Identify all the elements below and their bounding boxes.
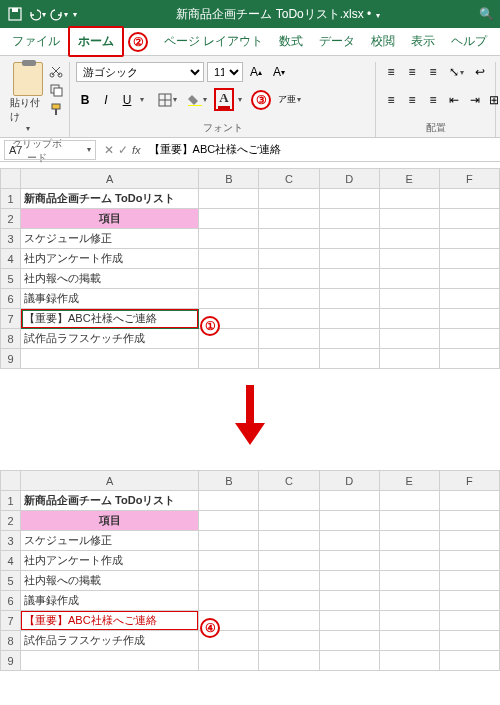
col-header[interactable]: C xyxy=(259,169,319,189)
row-header[interactable]: 1 xyxy=(1,189,21,209)
cell[interactable] xyxy=(199,531,259,551)
phonetic-icon[interactable]: ア亜▾ xyxy=(274,90,305,110)
cell[interactable] xyxy=(379,329,439,349)
cell[interactable] xyxy=(439,229,499,249)
cell[interactable] xyxy=(199,189,259,209)
tab-home[interactable]: ホーム xyxy=(68,26,124,57)
cell[interactable] xyxy=(259,269,319,289)
cell[interactable] xyxy=(319,229,379,249)
cell[interactable] xyxy=(259,491,319,511)
format-painter-icon[interactable] xyxy=(49,102,63,119)
cell[interactable] xyxy=(439,591,499,611)
merge-icon[interactable]: ⊞▾ xyxy=(487,90,500,110)
redo-icon[interactable]: ▾ xyxy=(50,5,68,23)
cancel-icon[interactable]: ✕ xyxy=(104,143,114,157)
row-header[interactable]: 7 xyxy=(1,309,21,329)
bold-button[interactable]: B xyxy=(76,90,94,110)
cell[interactable] xyxy=(319,571,379,591)
italic-button[interactable]: I xyxy=(97,90,115,110)
cell[interactable] xyxy=(319,491,379,511)
cell[interactable]: スケジュール修正 xyxy=(21,229,199,249)
tab-pagelayout[interactable]: ページ レイアウト xyxy=(156,28,271,55)
cell[interactable] xyxy=(379,209,439,229)
cell[interactable] xyxy=(439,511,499,531)
save-icon[interactable] xyxy=(6,5,24,23)
cell[interactable] xyxy=(319,531,379,551)
cell[interactable] xyxy=(199,209,259,229)
cell[interactable] xyxy=(379,491,439,511)
indent-decrease-icon[interactable]: ⇤ xyxy=(445,90,463,110)
col-header[interactable]: E xyxy=(379,471,439,491)
cell[interactable] xyxy=(259,249,319,269)
cell[interactable]: 試作品ラフスケッチ作成 xyxy=(21,329,199,349)
cell[interactable] xyxy=(319,309,379,329)
cell[interactable] xyxy=(439,551,499,571)
search-icon[interactable]: 🔍 xyxy=(479,7,494,21)
cell[interactable] xyxy=(319,651,379,671)
cell[interactable] xyxy=(259,309,319,329)
col-header[interactable]: B xyxy=(199,169,259,189)
tab-data[interactable]: データ xyxy=(311,28,363,55)
align-center-icon[interactable]: ≡ xyxy=(403,90,421,110)
cell[interactable] xyxy=(379,249,439,269)
cell[interactable] xyxy=(379,631,439,651)
align-top-icon[interactable]: ≡ xyxy=(382,62,400,82)
cell[interactable] xyxy=(259,551,319,571)
cell[interactable] xyxy=(439,611,499,631)
grid[interactable]: ABCDEF1新商品企画チーム ToDoリスト2項目3スケジュール修正4社内アン… xyxy=(0,168,500,369)
tab-review[interactable]: 校閲 xyxy=(363,28,403,55)
corner-cell[interactable] xyxy=(1,471,21,491)
cell[interactable] xyxy=(199,651,259,671)
cell[interactable] xyxy=(439,189,499,209)
cell[interactable]: 新商品企画チーム ToDoリスト xyxy=(21,189,199,209)
col-header[interactable]: A xyxy=(21,169,199,189)
font-name-select[interactable]: 游ゴシック xyxy=(76,62,204,82)
row-header[interactable]: 6 xyxy=(1,591,21,611)
cell[interactable] xyxy=(379,511,439,531)
cell[interactable] xyxy=(439,209,499,229)
cell[interactable] xyxy=(319,551,379,571)
cell[interactable]: 【重要】ABC社様へご連絡 xyxy=(21,309,199,329)
cell[interactable] xyxy=(199,571,259,591)
cell[interactable]: 社内報への掲載 xyxy=(21,269,199,289)
cell[interactable] xyxy=(259,329,319,349)
row-header[interactable]: 9 xyxy=(1,349,21,369)
align-left-icon[interactable]: ≡ xyxy=(382,90,400,110)
row-header[interactable]: 2 xyxy=(1,511,21,531)
align-bottom-icon[interactable]: ≡ xyxy=(424,62,442,82)
cell[interactable] xyxy=(379,309,439,329)
cell[interactable] xyxy=(439,269,499,289)
col-header[interactable]: A xyxy=(21,471,199,491)
tab-view[interactable]: 表示 xyxy=(403,28,443,55)
cell[interactable] xyxy=(259,611,319,631)
cell[interactable] xyxy=(319,511,379,531)
name-box[interactable]: A7▾ xyxy=(4,140,96,160)
cell[interactable] xyxy=(319,189,379,209)
tab-file[interactable]: ファイル xyxy=(4,28,68,55)
col-header[interactable]: E xyxy=(379,169,439,189)
row-header[interactable]: 8 xyxy=(1,631,21,651)
col-header[interactable]: B xyxy=(199,471,259,491)
cell[interactable] xyxy=(199,229,259,249)
cell[interactable] xyxy=(319,349,379,369)
row-header[interactable]: 7 xyxy=(1,611,21,631)
font-color-button[interactable]: A xyxy=(214,88,234,111)
underline-button[interactable]: U xyxy=(118,90,136,110)
cell[interactable]: 議事録作成 xyxy=(21,591,199,611)
cell[interactable] xyxy=(379,571,439,591)
row-header[interactable]: 8 xyxy=(1,329,21,349)
cell[interactable] xyxy=(259,349,319,369)
align-middle-icon[interactable]: ≡ xyxy=(403,62,421,82)
cell[interactable] xyxy=(319,289,379,309)
increase-font-icon[interactable]: A▴ xyxy=(246,62,266,82)
cell[interactable] xyxy=(259,189,319,209)
cell[interactable] xyxy=(319,329,379,349)
cell[interactable] xyxy=(199,491,259,511)
cut-icon[interactable] xyxy=(49,64,63,81)
cell[interactable] xyxy=(259,651,319,671)
copy-icon[interactable] xyxy=(49,83,63,100)
cell[interactable] xyxy=(379,189,439,209)
indent-increase-icon[interactable]: ⇥ xyxy=(466,90,484,110)
cell[interactable] xyxy=(319,611,379,631)
decrease-font-icon[interactable]: A▾ xyxy=(269,62,289,82)
